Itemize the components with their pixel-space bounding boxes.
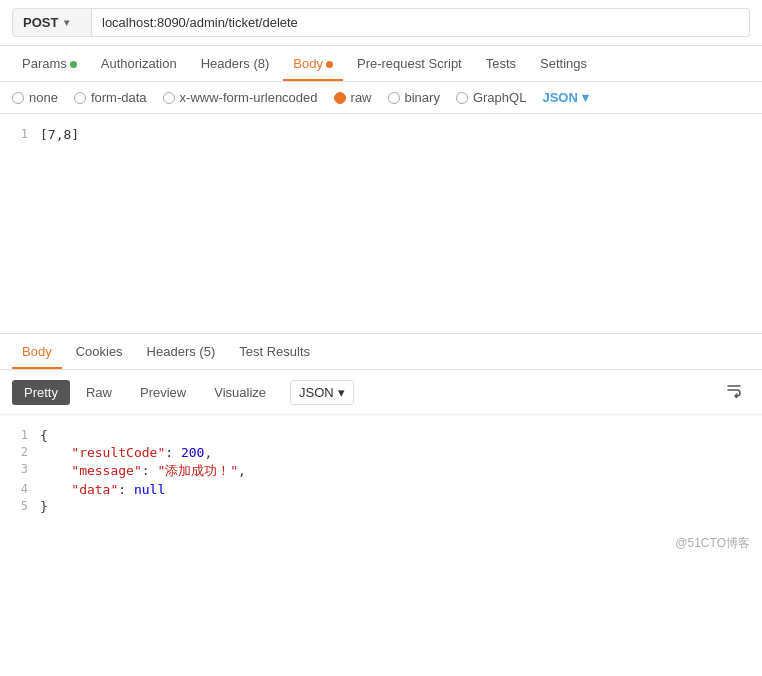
json-bracket: { [40,428,48,443]
json-chevron: ▾ [582,90,589,105]
resp-format-row: PrettyRawPreviewVisualizeJSON▾ [0,370,762,415]
body-type-label-graphql: GraphQL [473,90,526,105]
json-punc: , [238,463,246,478]
method-label: POST [23,15,58,30]
editor-line: 1[7,8] [0,126,762,143]
json-punc: : [165,445,181,460]
resp-line-num: 1 [0,428,40,442]
fmt-btn-preview[interactable]: Preview [128,380,198,405]
body-type-graphql[interactable]: GraphQL [456,90,526,105]
json-punc: : [118,482,134,497]
req-tab-dot-params [70,61,77,68]
json-str: "添加成功！" [157,463,238,478]
resp-tab-test-results[interactable]: Test Results [229,334,320,369]
req-tab-authorization[interactable]: Authorization [91,46,187,81]
resp-json-select[interactable]: JSON▾ [290,380,354,405]
body-type-label-form-data: form-data [91,90,147,105]
resp-body: 1{2 "resultCode": 200,3 "message": "添加成功… [0,415,762,527]
resp-line-num: 2 [0,445,40,459]
json-punc: : [142,463,158,478]
body-type-row: noneform-datax-www-form-urlencodedrawbin… [0,82,762,114]
method-select[interactable]: POST ▾ [12,8,92,37]
json-key: "data" [71,482,118,497]
radio-circle-none [12,92,24,104]
json-num: 200 [181,445,204,460]
json-key: "resultCode" [71,445,165,460]
resp-line-num: 5 [0,499,40,513]
url-input[interactable] [92,8,750,37]
resp-line: 5} [0,498,762,515]
url-bar: POST ▾ [0,0,762,46]
req-tab-prerequest[interactable]: Pre-request Script [347,46,472,81]
json-type-label: JSON [542,90,577,105]
radio-circle-form-data [74,92,86,104]
resp-line-num: 4 [0,482,40,496]
req-tab-params[interactable]: Params [12,46,87,81]
resp-line-code: { [40,428,48,443]
req-tab-tests[interactable]: Tests [476,46,526,81]
body-type-label-raw: raw [351,90,372,105]
req-tab-body[interactable]: Body [283,46,343,81]
resp-tab-body[interactable]: Body [12,334,62,369]
req-tab-headers[interactable]: Headers (8) [191,46,280,81]
json-punc [40,463,71,478]
json-type-select[interactable]: JSON▾ [542,90,588,105]
resp-line-num: 3 [0,462,40,476]
json-punc [40,445,71,460]
body-type-x-www-form-urlencoded[interactable]: x-www-form-urlencoded [163,90,318,105]
resp-line-code: "resultCode": 200, [40,445,212,460]
fmt-btn-pretty[interactable]: Pretty [12,380,70,405]
json-bracket: } [40,499,48,514]
resp-line: 2 "resultCode": 200, [0,444,762,461]
resp-line-code: "message": "添加成功！", [40,462,246,480]
response-tabs: BodyCookiesHeaders (5)Test Results [0,334,762,370]
body-type-form-data[interactable]: form-data [74,90,147,105]
resp-json-chevron: ▾ [338,385,345,400]
response-section: BodyCookiesHeaders (5)Test Results Prett… [0,334,762,527]
body-type-label-binary: binary [405,90,440,105]
body-type-none[interactable]: none [12,90,58,105]
request-tabs: ParamsAuthorizationHeaders (8)BodyPre-re… [0,46,762,82]
radio-circle-x-www-form-urlencoded [163,92,175,104]
resp-tab-headers[interactable]: Headers (5) [137,334,226,369]
fmt-btn-visualize[interactable]: Visualize [202,380,278,405]
json-null: null [134,482,165,497]
resp-line-code: } [40,499,48,514]
resp-json-label: JSON [299,385,334,400]
resp-line-code: "data": null [40,482,165,497]
body-type-binary[interactable]: binary [388,90,440,105]
body-type-raw[interactable]: raw [334,90,372,105]
resp-tab-cookies[interactable]: Cookies [66,334,133,369]
radio-circle-raw [334,92,346,104]
body-type-label-x-www-form-urlencoded: x-www-form-urlencoded [180,90,318,105]
resp-line: 4 "data": null [0,481,762,498]
json-punc [40,482,71,497]
req-tab-settings[interactable]: Settings [530,46,597,81]
json-key: "message" [71,463,141,478]
editor-area[interactable]: 1[7,8] [0,114,762,334]
resp-line: 3 "message": "添加成功！", [0,461,762,481]
json-punc: , [204,445,212,460]
wrap-icon[interactable] [722,378,750,406]
radio-circle-graphql [456,92,468,104]
radio-circle-binary [388,92,400,104]
watermark: @51CTO博客 [0,527,762,560]
req-tab-dot-body [326,61,333,68]
editor-line-content: [7,8] [40,127,79,142]
body-type-label-none: none [29,90,58,105]
fmt-btn-raw[interactable]: Raw [74,380,124,405]
method-chevron: ▾ [64,17,69,28]
editor-line-num: 1 [0,127,40,141]
resp-line: 1{ [0,427,762,444]
